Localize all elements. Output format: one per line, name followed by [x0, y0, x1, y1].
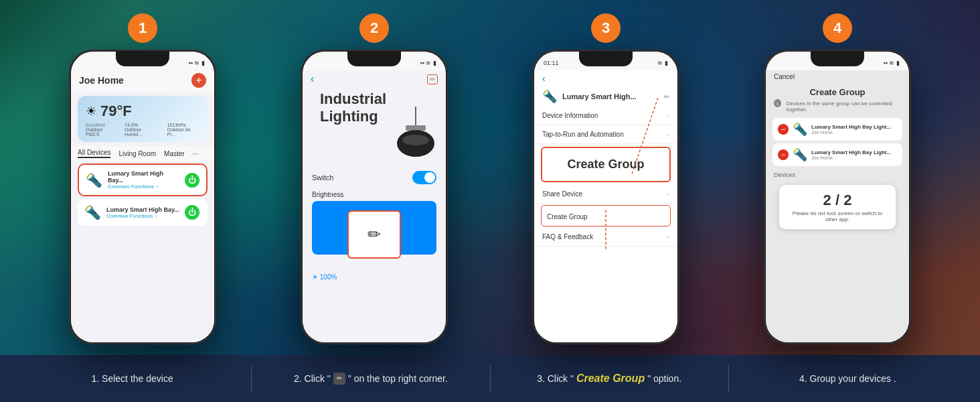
progress-popup: 2 / 2 Please do not lock screen or switc…: [779, 185, 896, 229]
pm25-value: Outdoor PM2.5: [86, 127, 116, 137]
group-device-1[interactable]: − 🔦 Lumary Smart High Bay Light... Joe H…: [772, 118, 902, 141]
hanging-light-svg: [392, 107, 439, 167]
tab-master[interactable]: Master: [164, 150, 185, 157]
menu-faq[interactable]: FAQ & Feedback ›: [534, 228, 677, 247]
tabs-bar: All Devices Living Room Master ···: [71, 146, 214, 161]
phone-4-content: ▪▪ ≋ ▮ Cancel Create Group i Devices i: [766, 52, 909, 342]
menu-automation[interactable]: Tap-to-Run and Automation ›: [534, 125, 677, 144]
edit-icon-button[interactable]: ✏: [427, 74, 438, 84]
chevron-faq: ›: [667, 234, 669, 241]
bottom-step-3: 3. Click " Create Group " option.: [491, 373, 728, 385]
step-3-container: 3 01:11 ≋ ▮ ‹: [532, 13, 679, 344]
pencil-icon-bottom: ✏: [333, 373, 345, 385]
phone-1-header: Joe Home +: [71, 70, 214, 92]
remove-btn-2[interactable]: −: [778, 149, 789, 160]
popup-count: 2 / 2: [787, 192, 888, 209]
phone-2-content: ▪▪ ≋ ▮ ‹ ✏ Industrial Lighting: [303, 52, 446, 342]
device-icon-1: 🔦: [86, 172, 102, 188]
device-title-row: 🔦 Lumary Smart High... ✏: [534, 86, 677, 107]
tab-living-room[interactable]: Living Room: [118, 150, 156, 157]
device-card-2[interactable]: 🔦 Lumary Smart High Bay... Common Functi…: [78, 199, 208, 226]
humidity-value: Outdoor Humid...: [125, 127, 159, 137]
menu-device-info-label: Device Information: [542, 112, 598, 119]
phone-4-header: Cancel: [766, 70, 909, 84]
p2-status-right: ▪▪ ≋ ▮: [420, 60, 436, 66]
switch-row: Switch: [303, 167, 446, 188]
bottom-step-2-text: 2. Click ": [294, 373, 331, 384]
create-group-title: Create Group: [774, 87, 901, 97]
phone-4-notch: [811, 52, 864, 66]
phone-4-inner: ▪▪ ≋ ▮ Cancel Create Group i Devices i: [766, 52, 909, 342]
edit-btn-p3[interactable]: ✏: [664, 93, 669, 100]
menu-share[interactable]: Share Device ›: [534, 185, 677, 204]
devices-section-label: Devices: [766, 169, 909, 181]
device-g1-name: Lumary Smart High Bay Light...: [811, 124, 891, 130]
tab-more[interactable]: ···: [193, 150, 198, 157]
humidity-detail: 74.0% Outdoor Humid...: [125, 123, 159, 137]
phone-1-notch: [116, 52, 169, 66]
power-button-2[interactable]: ⏻: [185, 205, 199, 220]
add-button[interactable]: +: [191, 73, 206, 88]
device-card-1[interactable]: 🔦 Lumary Smart High Bay... Common Functi…: [78, 163, 208, 196]
brightness-label: Brightness: [312, 191, 436, 198]
power-button-1[interactable]: ⏻: [185, 173, 199, 188]
p3-back[interactable]: ‹: [542, 73, 546, 84]
phone-1-screen: ▪▪ ≋ ▮ Joe Home + ☀ 79°F: [71, 52, 214, 342]
air-label: 1013hPa: [167, 123, 199, 127]
step-1-container: 1 ▪▪ ≋ ▮ Joe Home +: [69, 13, 216, 344]
weather-temp-row: ☀ 79°F: [86, 103, 199, 120]
create-group-highlight[interactable]: Create Group: [541, 147, 671, 182]
sun-small: ☀: [312, 273, 318, 281]
phone-1: ▪▪ ≋ ▮ Joe Home + ☀ 79°F: [69, 50, 216, 344]
step-4-number: 4: [823, 13, 852, 43]
weather-card: ☀ 79°F Excellent Outdoor PM2.5: [78, 96, 208, 142]
step-1-number: 1: [128, 13, 157, 43]
create-group-large-text: Create Group: [567, 157, 644, 171]
bottom-step-1-text: 1. Select the device: [92, 373, 173, 384]
pencil-edit-box[interactable]: ✏: [347, 210, 401, 259]
tab-all-devices[interactable]: All Devices: [78, 149, 110, 158]
device-info-2: Lumary Smart High Bay... Common Function…: [106, 206, 179, 219]
brightness-row: Brightness ✏: [303, 188, 446, 271]
pencil-icon: ✏: [368, 225, 381, 244]
back-button[interactable]: ‹: [311, 73, 314, 85]
phone-2-notch: [347, 52, 401, 66]
remove-btn-1[interactable]: −: [778, 124, 789, 135]
create-group-header: Create Group i Devices in the same group…: [766, 84, 909, 115]
bottom-step-3-pre: 3. Click ": [537, 373, 574, 384]
bottom-step-3-post: " option.: [647, 373, 681, 384]
device-g2-home: Joe Home: [811, 155, 891, 160]
phones-area: 1 ▪▪ ≋ ▮ Joe Home +: [0, 0, 980, 355]
phone-4: ▪▪ ≋ ▮ Cancel Create Group i Devices i: [764, 50, 911, 344]
cancel-button[interactable]: Cancel: [774, 73, 795, 80]
menu-automation-label: Tap-to-Run and Automation: [542, 131, 624, 138]
toggle-switch[interactable]: [412, 171, 436, 184]
brightness-percent: ☀ 100%: [303, 271, 446, 283]
popup-message: Please do not lock screen or switch to o…: [787, 210, 888, 222]
temperature: 79°F: [100, 103, 132, 120]
svg-rect-1: [406, 125, 426, 131]
phone-3-screen: 01:11 ≋ ▮ ‹ 🔦 Lumary Smart High... ✏: [534, 52, 677, 342]
create-group-list-item[interactable]: Create Group: [541, 205, 671, 226]
device-name-1: Lumary Smart High Bay...: [108, 170, 179, 184]
status-icons: ▪▪ ≋ ▮: [189, 60, 205, 66]
device-icon-2: 🔦: [84, 204, 101, 220]
menu-faq-label: FAQ & Feedback: [542, 233, 593, 241]
p3-time: 01:11: [544, 60, 559, 66]
info-icon: i: [774, 99, 781, 107]
device-info-1: Lumary Smart High Bay... Common Function…: [108, 170, 179, 190]
phone-1-content: ▪▪ ≋ ▮ Joe Home + ☀ 79°F: [71, 52, 214, 342]
device-name-2: Lumary Smart High Bay...: [106, 206, 179, 213]
phone-3-header: ‹: [534, 70, 677, 86]
create-group-highlight-text: Create Group: [576, 373, 645, 385]
bottom-step-4: 4. Group your devices .: [729, 373, 967, 384]
humidity-label: 74.0%: [125, 123, 159, 127]
pm25-detail: Excellent Outdoor PM2.5: [86, 123, 116, 137]
industrial-title-1: Industrial: [312, 90, 436, 108]
menu-share-label: Share Device: [542, 190, 582, 198]
group-device-2[interactable]: − 🔦 Lumary Smart High Bay Light... Joe H…: [772, 143, 902, 166]
menu-device-info[interactable]: Device Information ›: [534, 107, 677, 125]
percent-value: 100%: [320, 273, 337, 281]
device-g1-info: Lumary Smart High Bay Light... Joe Home: [811, 124, 891, 135]
phone-4-screen: ▪▪ ≋ ▮ Cancel Create Group i Devices i: [766, 52, 909, 342]
